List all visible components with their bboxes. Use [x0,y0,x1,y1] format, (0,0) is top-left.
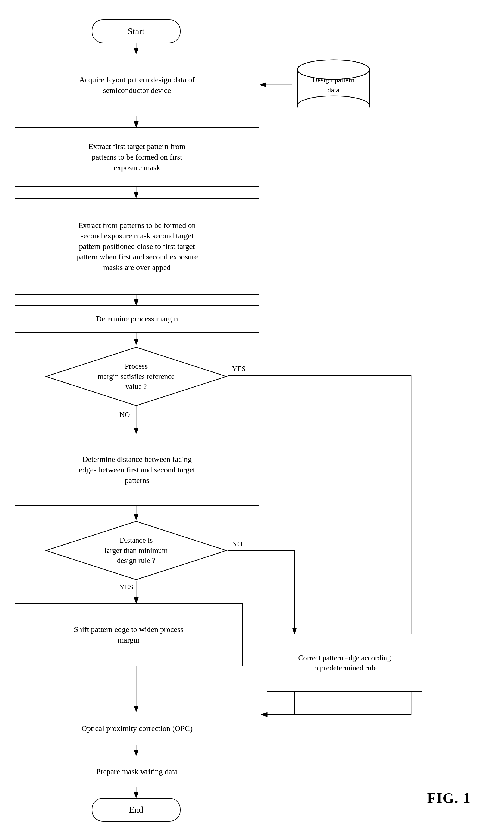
s11-box: Prepare mask writing data [15,756,259,787]
s05-diamond: Process margin satisfies reference value… [44,346,228,407]
s05-diamond-text: Process margin satisfies reference value… [44,346,228,407]
s07-diamond-text: Distance is larger than minimum design r… [44,520,228,581]
s02-box: Extract first target pattern from patter… [15,127,259,187]
s06-box: Determine distance between facing edges … [15,434,259,506]
db-label: Design pattern data [294,75,372,96]
s04-box: Determine process margin [15,305,259,333]
flowchart-arrows: NO YES YES NO [0,0,504,823]
svg-text:YES: YES [119,583,133,591]
s03-box: Extract from patterns to be formed on se… [15,198,259,295]
s08-box: Shift pattern edge to widen process marg… [15,603,243,666]
start-node: Start [92,19,181,43]
s09-box: Correct pattern edge according to predet… [267,634,422,692]
svg-rect-30 [298,106,369,111]
end-node: End [92,798,181,822]
s07-diamond: Distance is larger than minimum design r… [44,520,228,581]
s01-box: Acquire layout pattern design data of se… [15,54,259,116]
s10-box: Optical proximity correction (OPC) [15,712,259,745]
database-cylinder: Design pattern data [294,58,372,111]
figure-label: FIG. 1 [427,790,471,806]
svg-text:NO: NO [119,411,130,419]
diagram-container: NO YES YES NO Start S01 [0,0,504,823]
svg-text:NO: NO [232,540,243,548]
svg-text:YES: YES [232,365,246,373]
